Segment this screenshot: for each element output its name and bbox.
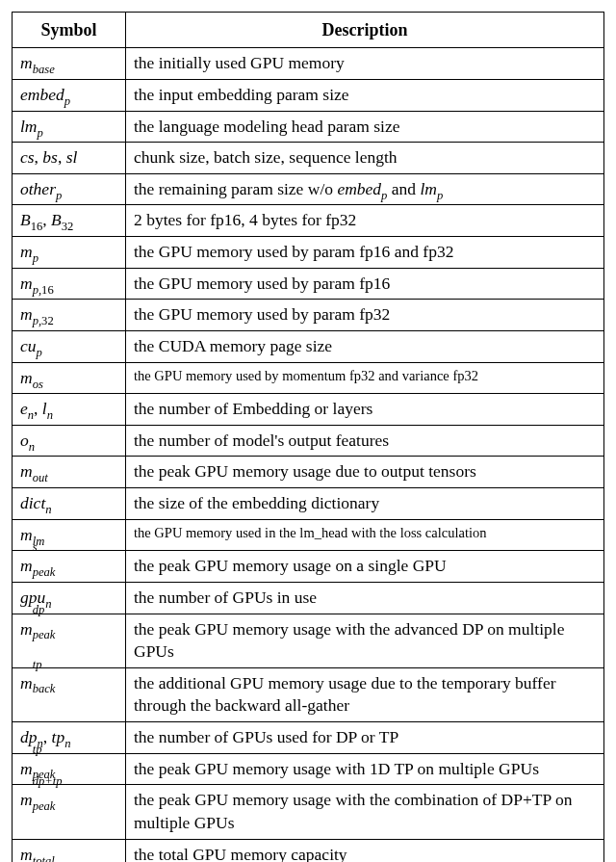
symbol-cell: mspeak xyxy=(13,551,126,583)
symbol-cell: mout xyxy=(13,457,126,488)
description-cell: the language modeling head param size xyxy=(126,111,604,143)
table-row: mdp+tppeakthe peak GPU memory usage with… xyxy=(13,785,604,839)
description-cell: the total GPU memory capacity xyxy=(126,839,604,862)
description-cell: the GPU memory used in the lm_head with … xyxy=(126,519,604,551)
table-row: mpthe GPU memory used by param fp16 and … xyxy=(13,237,604,269)
description-cell: the number of Embedding or layers xyxy=(126,394,604,426)
description-cell: the size of the embedding dictionary xyxy=(126,488,604,520)
table-row: embedpthe input embedding param size xyxy=(13,79,604,111)
symbol-cell: mbase xyxy=(13,48,126,80)
description-cell: the number of GPUs used for DP or TP xyxy=(126,722,604,754)
symbol-cell: mtpback xyxy=(13,667,126,721)
description-cell: the GPU memory used by param fp32 xyxy=(126,300,604,331)
table-row: mosthe GPU memory used by momentum fp32 … xyxy=(13,362,604,394)
symbol-cell: cup xyxy=(13,330,126,362)
symbol-cell: mp,16 xyxy=(13,268,126,300)
description-cell: chunk size, batch size, sequence length xyxy=(126,143,604,174)
table-row: mtpbackthe additional GPU memory usage d… xyxy=(13,667,604,721)
table-row: mdppeakthe peak GPU memory usage with th… xyxy=(13,614,604,667)
description-cell: 2 bytes for fp16, 4 bytes for fp32 xyxy=(126,205,604,237)
symbol-cell: mos xyxy=(13,362,126,394)
symbol-cell: on xyxy=(13,425,126,457)
symbol-cell: embedp xyxy=(13,79,126,111)
symbol-cell: dpn, tpn xyxy=(13,722,126,754)
description-cell: the peak GPU memory usage with the advan… xyxy=(126,614,604,667)
symbol-cell: en, ln xyxy=(13,394,126,426)
table-row: mbasethe initially used GPU memory xyxy=(13,48,604,80)
table-row: mtppeakthe peak GPU memory usage with 1D… xyxy=(13,753,604,785)
description-cell: the input embedding param size xyxy=(126,79,604,111)
description-cell: the CUDA memory page size xyxy=(126,330,604,362)
description-cell: the peak GPU memory usage with the combi… xyxy=(126,785,604,839)
symbol-cell: mp,32 xyxy=(13,300,126,331)
symbol-cell: gpun xyxy=(13,582,126,614)
table-row: mtotalthe total GPU memory capacity xyxy=(13,839,604,862)
symbol-cell: dictn xyxy=(13,488,126,520)
symbol-cell: otherp xyxy=(13,173,126,205)
symbol-cell: B16, B32 xyxy=(13,205,126,237)
symbol-cell: mtotal xyxy=(13,839,126,862)
description-cell: the number of model's output features xyxy=(126,425,604,457)
table-body: mbasethe initially used GPU memoryembedp… xyxy=(13,48,604,862)
description-cell: the additional GPU memory usage due to t… xyxy=(126,667,604,721)
table-row: mspeakthe peak GPU memory usage on a sin… xyxy=(13,551,604,583)
symbol-cell: mtppeak xyxy=(13,753,126,785)
description-cell: the number of GPUs in use xyxy=(126,582,604,614)
table-row: dpn, tpnthe number of GPUs used for DP o… xyxy=(13,722,604,754)
table-row: mp,16the GPU memory used by param fp16 xyxy=(13,268,604,300)
table-row: cupthe CUDA memory page size xyxy=(13,330,604,362)
symbol-cell: mlm xyxy=(13,519,126,551)
notation-table: Symbol Description mbasethe initially us… xyxy=(12,12,604,862)
table-row: B16, B322 bytes for fp16, 4 bytes for fp… xyxy=(13,205,604,237)
symbol-cell: lmp xyxy=(13,111,126,143)
symbol-cell: mdppeak xyxy=(13,614,126,667)
table-row: onthe number of model's output features xyxy=(13,425,604,457)
description-cell: the remaining param size w/o embedp and … xyxy=(126,173,604,205)
table-row: en, lnthe number of Embedding or layers xyxy=(13,394,604,426)
description-cell: the GPU memory used by param fp16 xyxy=(126,268,604,300)
table-row: mlmthe GPU memory used in the lm_head wi… xyxy=(13,519,604,551)
table-row: moutthe peak GPU memory usage due to out… xyxy=(13,457,604,488)
symbol-cell: cs, bs, sl xyxy=(13,143,126,174)
symbol-cell: mp xyxy=(13,237,126,269)
description-cell: the GPU memory used by momentum fp32 and… xyxy=(126,362,604,394)
table-row: lmpthe language modeling head param size xyxy=(13,111,604,143)
header-description: Description xyxy=(126,13,604,48)
table-row: gpunthe number of GPUs in use xyxy=(13,582,604,614)
description-cell: the peak GPU memory usage due to output … xyxy=(126,457,604,488)
table-row: mp,32the GPU memory used by param fp32 xyxy=(13,300,604,331)
table-row: dictnthe size of the embedding dictionar… xyxy=(13,488,604,520)
table-header-row: Symbol Description xyxy=(13,13,604,48)
table-row: cs, bs, slchunk size, batch size, sequen… xyxy=(13,143,604,174)
description-cell: the initially used GPU memory xyxy=(126,48,604,80)
table-row: otherpthe remaining param size w/o embed… xyxy=(13,173,604,205)
description-cell: the peak GPU memory usage on a single GP… xyxy=(126,551,604,583)
header-symbol: Symbol xyxy=(13,13,126,48)
description-cell: the GPU memory used by param fp16 and fp… xyxy=(126,237,604,269)
description-cell: the peak GPU memory usage with 1D TP on … xyxy=(126,753,604,785)
symbol-cell: mdp+tppeak xyxy=(13,785,126,839)
